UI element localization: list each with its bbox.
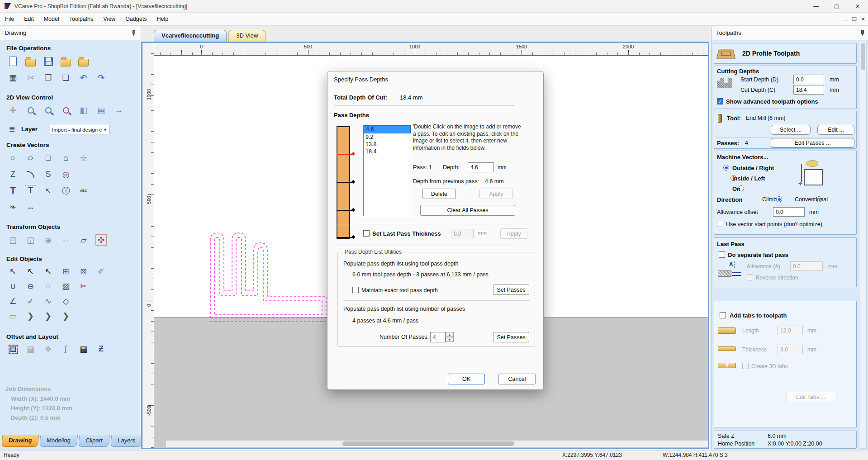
horizontal-scrollbar[interactable] xyxy=(166,441,708,447)
draw-rectangle-icon[interactable]: □ xyxy=(43,152,54,164)
new-file-button[interactable] xyxy=(7,56,19,67)
fill-region-icon[interactable]: ▨ xyxy=(60,280,71,292)
set-passes-number-button[interactable]: Set Passes xyxy=(493,332,529,342)
edit-tabs-button[interactable]: Edit Tabs .... xyxy=(787,392,836,402)
tab-modeling[interactable]: Modeling xyxy=(39,435,78,447)
reverse-direction-checkbox[interactable] xyxy=(747,274,753,280)
vector-cut-icon[interactable]: ✂ xyxy=(78,280,89,292)
minimize-button[interactable]: — xyxy=(806,0,826,13)
redo-icon[interactable]: ↷ xyxy=(95,72,107,83)
stepper-up-icon[interactable]: ▲ xyxy=(446,332,454,337)
close-vector-icon[interactable]: ◇ xyxy=(60,295,71,307)
menu-view[interactable]: View xyxy=(98,13,120,26)
apply-button[interactable]: Apply xyxy=(479,189,513,199)
copy-icon[interactable]: ❐ xyxy=(43,72,54,83)
delete-button[interactable]: Delete xyxy=(422,189,456,199)
ungroup-objects-icon[interactable]: ⊠ xyxy=(78,266,89,277)
maximize-button[interactable]: ▢ xyxy=(826,0,847,13)
pin-icon[interactable] xyxy=(130,30,137,36)
toolpaths-pin-icon[interactable] xyxy=(859,30,865,36)
fillet-corner-icon[interactable]: ❯ xyxy=(43,310,54,322)
horizontal-scrollbar-thumb[interactable] xyxy=(342,441,514,446)
zoom-selected-icon[interactable] xyxy=(60,104,71,116)
smooth-curve-icon[interactable]: ∿ xyxy=(43,295,54,307)
zoom-icon[interactable] xyxy=(25,104,36,116)
draw-ellipse-icon[interactable]: ○ xyxy=(25,152,36,164)
ok-button[interactable]: OK xyxy=(448,374,485,384)
switch-3d-icon[interactable]: → xyxy=(113,104,124,116)
stepper-down-icon[interactable]: ▼ xyxy=(446,337,454,342)
trace-bitmap-icon[interactable]: ❧ xyxy=(7,201,19,213)
mdi-minimize-button[interactable]: — xyxy=(843,17,848,22)
draw-circle-icon[interactable]: ○ xyxy=(7,152,19,164)
interactive-move-icon[interactable]: ↖ xyxy=(43,266,54,277)
mdi-restore-button[interactable]: ❐ xyxy=(852,16,857,22)
pass-list-item[interactable]: 13.8 xyxy=(364,141,411,148)
pass-list-item[interactable]: 18.4 xyxy=(364,148,411,155)
menu-help[interactable]: Help xyxy=(152,13,173,26)
tool-edit-button[interactable]: Edit ... xyxy=(817,125,854,135)
draw-curve-icon[interactable]: S xyxy=(43,169,54,180)
extend-vector-icon[interactable]: ❯ xyxy=(25,310,36,322)
menu-gadgets[interactable]: Gadgets xyxy=(120,13,152,26)
join-vectors-icon[interactable]: ▭ xyxy=(7,310,19,322)
tab-drawing[interactable]: Drawing xyxy=(1,435,39,447)
dimension-icon[interactable]: ↔ xyxy=(25,201,36,213)
toolpaths-scrollbar[interactable] xyxy=(860,42,867,449)
clear-all-passes-button[interactable]: Clear All Passes xyxy=(420,205,515,216)
measure-tool-icon[interactable]: ✐ xyxy=(95,266,107,277)
open-file-button[interactable] xyxy=(25,56,36,67)
cut-icon[interactable]: ✂ xyxy=(25,72,36,83)
array-copy-icon[interactable]: ▦ xyxy=(25,343,36,355)
align-objects-icon[interactable]: ⊕ xyxy=(43,234,54,246)
cancel-button[interactable]: Cancel xyxy=(498,374,536,384)
tab-length-input[interactable]: 12.0 xyxy=(778,326,803,335)
layer-dropdown[interactable]: Import - final design c ▼ xyxy=(50,125,109,134)
undo-icon[interactable]: ↶ xyxy=(78,72,89,83)
fit-curve-icon[interactable]: ✓ xyxy=(25,295,36,307)
draw-polyline-icon[interactable]: Z xyxy=(7,169,19,180)
fit-arc-icon[interactable]: ∠ xyxy=(7,295,19,307)
paste-icon[interactable]: ❏ xyxy=(60,72,71,83)
menu-edit[interactable]: Edit xyxy=(19,13,39,26)
export-vectors-button[interactable] xyxy=(78,56,89,67)
previous-view-icon[interactable]: ◧ xyxy=(78,104,89,116)
set-last-pass-checkbox[interactable] xyxy=(363,230,370,237)
nesting-icon[interactable]: ▦ xyxy=(78,343,89,355)
zoom-box-icon[interactable] xyxy=(43,104,54,116)
set-size-icon[interactable]: ◱ xyxy=(25,234,36,246)
edit-passes-button[interactable]: Edit Passes ... xyxy=(771,138,854,148)
pan-icon[interactable]: ✛ xyxy=(7,104,19,116)
close-button[interactable]: ✕ xyxy=(847,0,868,13)
outside-right-radio[interactable] xyxy=(723,165,729,171)
climb-radio[interactable] xyxy=(776,196,782,202)
import-vectors-button[interactable] xyxy=(60,56,71,67)
menu-toolpaths[interactable]: Toolpaths xyxy=(64,13,99,26)
last-pass-thickness-input[interactable]: 0.0 xyxy=(451,229,474,238)
maintain-exact-checkbox[interactable] xyxy=(352,287,359,293)
group-objects-icon[interactable]: ⊞ xyxy=(60,266,71,277)
copy-along-path-icon[interactable]: ∫ xyxy=(60,343,71,355)
offset-vectors-icon[interactable] xyxy=(7,343,19,355)
create-3d-tabs-checkbox[interactable] xyxy=(742,363,749,369)
select-tool-icon[interactable]: ↖ xyxy=(7,266,19,277)
create-text-icon[interactable]: T xyxy=(7,185,19,196)
number-of-passes-stepper[interactable]: ▲▼ xyxy=(446,332,454,342)
text-box-icon[interactable]: T xyxy=(25,185,36,196)
zigzag-icon[interactable]: Ƶ xyxy=(95,343,107,355)
mirror-object-icon[interactable]: ⇔ xyxy=(60,234,71,246)
move-to-center-icon[interactable]: ✢ xyxy=(95,234,107,246)
draw-spiral-icon[interactable]: ◎ xyxy=(60,169,71,180)
add-tabs-checkbox[interactable] xyxy=(720,312,726,318)
panel-drag-handle[interactable]: ⁞⁞ xyxy=(1,30,2,35)
draw-polygon-icon[interactable]: ⌂ xyxy=(60,152,71,164)
cut-depth-input[interactable]: 18.4 xyxy=(793,85,824,95)
pass-list-item[interactable]: 4.6 xyxy=(364,125,411,133)
doc-tab-3d-view[interactable]: 3D View xyxy=(228,30,266,42)
draw-star-icon[interactable]: ☆ xyxy=(78,152,89,164)
start-depth-input[interactable]: 0.0 xyxy=(793,75,824,84)
weld-vectors-icon[interactable]: ∪ xyxy=(7,280,19,292)
job-setup-icon[interactable]: ▦ xyxy=(7,72,19,83)
multi-window-icon[interactable]: ▤ xyxy=(95,104,107,116)
tool-select-button[interactable]: Select ... xyxy=(771,125,811,135)
